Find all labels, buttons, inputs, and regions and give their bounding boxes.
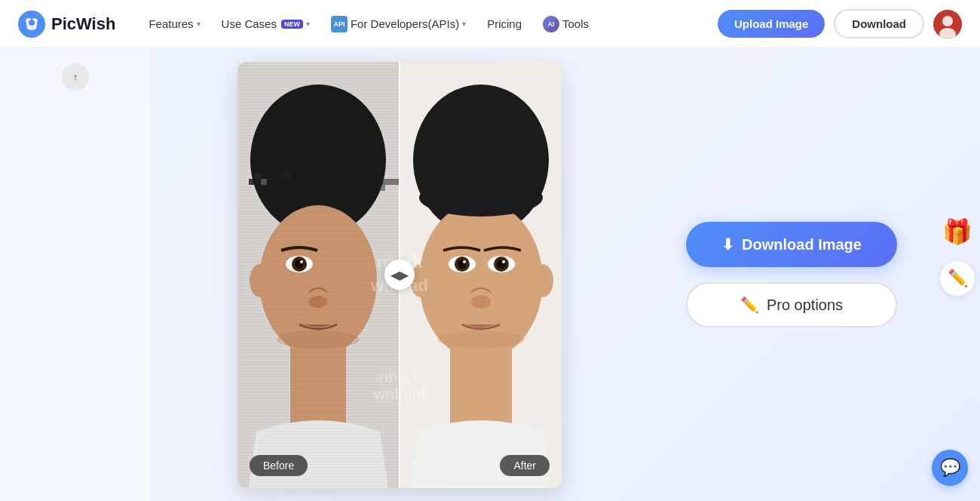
download-image-button[interactable]: ⬇ Download Image (686, 222, 897, 267)
scroll-up-button[interactable]: ↑ (62, 63, 89, 91)
svg-point-29 (502, 260, 505, 263)
svg-rect-36 (261, 179, 267, 185)
pro-options-button[interactable]: ✏️ Pro options (686, 282, 897, 327)
svg-point-1 (29, 20, 35, 26)
chevron-down-icon: ▾ (197, 20, 201, 28)
nav-pricing[interactable]: Pricing (478, 11, 531, 36)
logo-icon (18, 11, 45, 38)
nav-features[interactable]: Features ▾ (139, 11, 209, 36)
download-icon: ⬇ (721, 235, 734, 254)
svg-point-32 (277, 330, 360, 349)
comparison-slider[interactable]: ◀▶ (384, 260, 415, 290)
svg-rect-37 (373, 179, 379, 185)
chevron-down-icon: ▾ (462, 20, 466, 28)
brand-name: PicWish (51, 14, 115, 34)
gift-button[interactable]: 🎁 (940, 214, 975, 249)
chat-button[interactable]: 💬 (932, 450, 968, 486)
download-nav-button[interactable]: Download (834, 9, 924, 38)
before-label: Before (250, 455, 308, 476)
upload-image-button[interactable]: Upload Image (718, 10, 825, 38)
svg-point-3 (942, 16, 953, 26)
nav-developers[interactable]: API For Developers(APIs) ▾ (322, 10, 475, 38)
left-sidebar: ↑ (0, 48, 151, 501)
svg-rect-40 (347, 176, 354, 180)
svg-rect-39 (283, 173, 292, 177)
edit-button[interactable]: ✏️ (940, 261, 975, 296)
new-badge: NEW (281, 20, 303, 29)
logo[interactable]: PicWish (18, 11, 115, 38)
navbar: PicWish Features ▾ Use Cases NEW ▾ API F… (0, 0, 980, 48)
pen-icon: ✏️ (740, 296, 759, 314)
svg-point-25 (463, 260, 466, 263)
svg-point-13 (250, 264, 271, 297)
svg-rect-11 (290, 341, 346, 432)
avatar-icon (933, 10, 962, 38)
svg-rect-12 (450, 341, 512, 432)
svg-point-30 (309, 296, 327, 308)
nav-links: Features ▾ Use Cases NEW ▾ API For Devel… (139, 10, 718, 38)
svg-point-31 (471, 295, 491, 309)
svg-rect-38 (379, 185, 385, 191)
image-comparison-container[interactable]: rmark wnload rmark wnload ◀▶ Before Afte… (237, 62, 562, 488)
ai-icon: AI (543, 16, 559, 32)
svg-point-21 (300, 260, 303, 263)
after-label: After (500, 455, 550, 476)
chat-icon: 💬 (940, 458, 960, 478)
chevron-down-icon: ▾ (306, 20, 310, 28)
svg-rect-34 (249, 179, 255, 185)
svg-rect-35 (255, 173, 261, 179)
canvas-area: rmark wnload rmark wnload ◀▶ Before Afte… (151, 48, 648, 501)
nav-use-cases[interactable]: Use Cases NEW ▾ (213, 11, 319, 36)
right-panel: ⬇ Download Image ✏️ Pro options (648, 48, 935, 501)
svg-point-17 (419, 179, 543, 217)
main-content: ↑ (0, 48, 980, 501)
svg-point-33 (437, 330, 525, 349)
nav-right: Upload Image Download (718, 9, 962, 38)
api-icon: API (331, 16, 348, 32)
svg-point-15 (532, 264, 553, 297)
nav-tools[interactable]: AI Tools (534, 10, 598, 38)
scroll-up-icon: ↑ (73, 71, 78, 83)
avatar[interactable] (933, 10, 962, 38)
right-sidebar: 🎁 ✏️ (935, 48, 980, 501)
